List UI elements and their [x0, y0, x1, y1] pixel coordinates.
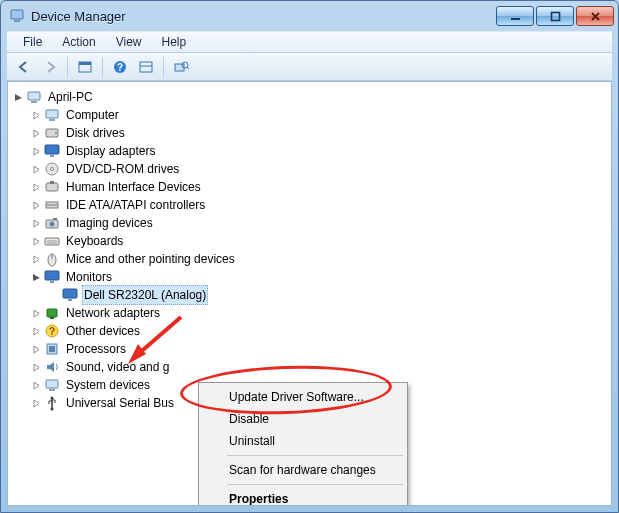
svg-rect-20	[50, 155, 54, 157]
ctx-uninstall[interactable]: Uninstall	[201, 430, 405, 452]
tree-item[interactable]: Processors	[12, 340, 607, 358]
expand-icon[interactable]	[30, 307, 42, 319]
svg-rect-39	[47, 309, 57, 317]
svg-rect-37	[63, 289, 77, 298]
expand-icon[interactable]	[30, 217, 42, 229]
maximize-button[interactable]	[536, 6, 574, 26]
svg-marker-48	[50, 396, 54, 399]
menu-view[interactable]: View	[106, 33, 152, 51]
computer-icon	[26, 89, 42, 105]
tree-item[interactable]: Human Interface Devices	[12, 178, 607, 196]
device-icon	[44, 107, 60, 123]
device-icon	[44, 161, 60, 177]
help-button[interactable]: ?	[108, 55, 132, 79]
properties-button[interactable]	[134, 55, 158, 79]
collapse-icon[interactable]	[30, 271, 42, 283]
tree-label: IDE ATA/ATAPI controllers	[64, 196, 207, 214]
device-icon	[44, 143, 60, 159]
expand-icon[interactable]	[30, 199, 42, 211]
svg-point-22	[51, 168, 54, 171]
device-icon	[44, 233, 60, 249]
tree-label: Keyboards	[64, 232, 125, 250]
device-icon	[44, 215, 60, 231]
collapse-icon[interactable]	[12, 91, 24, 103]
expand-icon[interactable]	[30, 181, 42, 193]
device-icon: ?	[44, 323, 60, 339]
expand-icon[interactable]	[30, 163, 42, 175]
tree-item[interactable]: ?Other devices	[12, 322, 607, 340]
device-icon	[44, 125, 60, 141]
tree-item[interactable]: Mice and other pointing devices	[12, 250, 607, 268]
device-icon	[44, 251, 60, 267]
svg-rect-36	[50, 281, 54, 283]
expand-icon[interactable]	[30, 343, 42, 355]
ctx-update-driver[interactable]: Update Driver Software...	[201, 386, 405, 408]
window-buttons	[494, 6, 614, 26]
toolbar-separator	[102, 57, 103, 77]
expand-icon[interactable]	[30, 127, 42, 139]
expand-icon[interactable]	[30, 397, 42, 409]
svg-rect-16	[49, 119, 55, 121]
tree-label: Display adapters	[64, 142, 157, 160]
scan-button[interactable]	[169, 55, 193, 79]
device-icon	[44, 305, 60, 321]
show-hidden-button[interactable]	[73, 55, 97, 79]
svg-text:?: ?	[117, 62, 123, 73]
tree-item[interactable]: IDE ATA/ATAPI controllers	[12, 196, 607, 214]
tree-label: Monitors	[64, 268, 114, 286]
expand-icon[interactable]	[30, 145, 42, 157]
svg-rect-46	[49, 389, 55, 391]
tree-item-monitors[interactable]: Monitors	[12, 268, 607, 286]
device-tree[interactable]: April-PC ComputerDisk drivesDisplay adap…	[8, 82, 611, 418]
ctx-disable[interactable]: Disable	[201, 408, 405, 430]
close-button[interactable]	[576, 6, 614, 26]
tree-item[interactable]: Keyboards	[12, 232, 607, 250]
menu-file[interactable]: File	[13, 33, 52, 51]
expand-icon[interactable]	[30, 379, 42, 391]
tree-item[interactable]: DVD/CD-ROM drives	[12, 160, 607, 178]
tree-item[interactable]: Computer	[12, 106, 607, 124]
svg-point-47	[51, 408, 54, 411]
tree-label: Mice and other pointing devices	[64, 250, 237, 268]
back-button[interactable]	[12, 55, 36, 79]
svg-rect-1	[14, 20, 20, 22]
svg-rect-35	[45, 271, 59, 280]
monitor-icon	[44, 269, 60, 285]
tree-item[interactable]: Disk drives	[12, 124, 607, 142]
expand-icon[interactable]	[30, 109, 42, 121]
tree-label: System devices	[64, 376, 152, 394]
ctx-properties[interactable]: Properties	[201, 488, 405, 506]
svg-rect-8	[140, 62, 152, 72]
svg-text:?: ?	[49, 326, 55, 337]
toolbar: ?	[7, 53, 612, 81]
tree-label: Network adapters	[64, 304, 162, 322]
minimize-button[interactable]	[496, 6, 534, 26]
tree-label: DVD/CD-ROM drives	[64, 160, 181, 178]
menu-help[interactable]: Help	[152, 33, 197, 51]
expand-icon[interactable]	[30, 253, 42, 265]
tree-item[interactable]: Imaging devices	[12, 214, 607, 232]
svg-rect-14	[31, 101, 37, 103]
expand-icon[interactable]	[30, 235, 42, 247]
ctx-scan[interactable]: Scan for hardware changes	[201, 459, 405, 481]
context-menu: Update Driver Software... Disable Uninst…	[198, 382, 408, 506]
device-manager-window: Device Manager File Action View Help ? A…	[0, 0, 619, 513]
tree-item[interactable]: Network adapters	[12, 304, 607, 322]
device-icon	[44, 179, 60, 195]
expand-icon[interactable]	[30, 361, 42, 373]
device-icon	[44, 359, 60, 375]
tree-item[interactable]: Display adapters	[12, 142, 607, 160]
svg-rect-13	[28, 92, 40, 100]
tree-item[interactable]: Sound, video and g	[12, 358, 607, 376]
svg-rect-40	[50, 317, 54, 319]
tree-label: April-PC	[46, 88, 95, 106]
menu-action[interactable]: Action	[52, 33, 105, 51]
svg-rect-3	[551, 12, 559, 20]
forward-button[interactable]	[38, 55, 62, 79]
tree-root[interactable]: April-PC	[12, 88, 607, 106]
ctx-separator	[227, 484, 403, 485]
tree-label: Sound, video and g	[64, 358, 171, 376]
expand-icon[interactable]	[30, 325, 42, 337]
tree-label: Other devices	[64, 322, 142, 340]
tree-item-monitor-device[interactable]: Dell SR2320L (Analog)	[12, 286, 607, 304]
